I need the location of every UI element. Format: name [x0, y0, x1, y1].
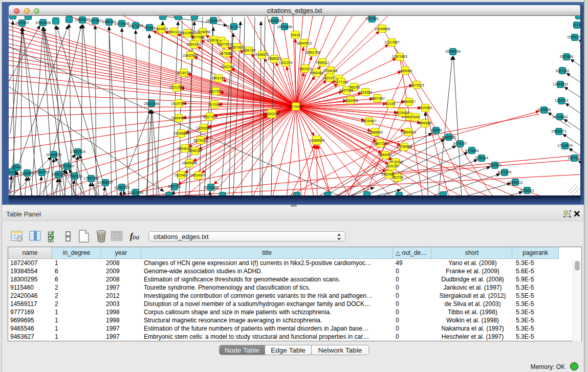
svg-text:25053346: 25053346	[144, 102, 159, 105]
svg-text:7955812: 7955812	[316, 61, 330, 64]
svg-text:10853287: 10853287	[75, 18, 90, 21]
svg-text:15720407: 15720407	[361, 119, 377, 123]
svg-text:317004: 317004	[209, 103, 221, 106]
svg-text:9777169: 9777169	[335, 80, 349, 84]
svg-text:9657791: 9657791	[168, 185, 182, 188]
svg-text:19218506: 19218506	[277, 25, 292, 29]
svg-text:9084067: 9084067	[379, 153, 393, 157]
svg-text:10807487: 10807487	[369, 97, 385, 100]
svg-text:10025433: 10025433	[394, 111, 409, 115]
svg-text:23975867: 23975867	[59, 164, 75, 168]
svg-text:16671355: 16671355	[128, 24, 143, 28]
svg-text:15751074: 15751074	[567, 35, 580, 39]
svg-text:16782759: 16782759	[114, 186, 129, 189]
svg-text:16961758: 16961758	[305, 51, 320, 54]
svg-text:3675685: 3675685	[220, 52, 233, 55]
svg-text:16107554: 16107554	[171, 102, 186, 105]
svg-text:23420046: 23420046	[183, 54, 198, 57]
svg-text:17957253: 17957253	[83, 177, 99, 180]
svg-text:1621072: 1621072	[323, 76, 337, 80]
svg-text:15419: 15419	[291, 33, 300, 37]
svg-text:8813054: 8813054	[268, 19, 282, 23]
svg-text:12213967: 12213967	[384, 40, 400, 44]
svg-text:8678312: 8678312	[194, 139, 208, 142]
svg-text:2087682: 2087682	[365, 17, 379, 20]
svg-text:39151: 39151	[9, 170, 17, 174]
svg-text:9146821: 9146821	[255, 53, 269, 56]
svg-text:8912954: 8912954	[181, 31, 194, 35]
svg-text:8454749: 8454749	[242, 49, 256, 52]
svg-text:6479197: 6479197	[453, 142, 467, 145]
svg-text:9327503: 9327503	[218, 42, 232, 46]
svg-text:2935114: 2935114	[475, 156, 488, 160]
svg-text:1244413: 1244413	[555, 99, 569, 102]
svg-text:1362615: 1362615	[298, 67, 312, 71]
svg-text:12942757: 12942757	[34, 170, 50, 174]
svg-text:2803144: 2803144	[212, 76, 226, 80]
svg-text:16154808: 16154808	[375, 27, 390, 31]
svg-text:3215955: 3215955	[537, 108, 551, 112]
svg-text:1145194: 1145194	[52, 172, 65, 176]
svg-text:1405572: 1405572	[15, 21, 29, 25]
svg-text:9245612: 9245612	[520, 189, 534, 192]
svg-text:9242343: 9242343	[221, 65, 235, 69]
svg-text:19654923: 19654923	[401, 130, 416, 134]
svg-text:19756928: 19756928	[397, 145, 412, 148]
svg-text:18724007: 18724007	[288, 105, 303, 108]
svg-text:8990448: 8990448	[310, 71, 324, 75]
svg-text:9463627: 9463627	[402, 100, 416, 103]
svg-text:3267110: 3267110	[203, 115, 216, 119]
svg-text:7663822: 7663822	[155, 27, 168, 31]
svg-text:9794028: 9794028	[324, 69, 338, 73]
svg-text:8938925: 8938925	[442, 136, 456, 139]
svg-text:10973493: 10973493	[392, 55, 407, 58]
svg-text:16033809: 16033809	[206, 19, 221, 23]
svg-text:1588520: 1588520	[268, 57, 281, 60]
svg-text:20691406: 20691406	[35, 21, 51, 25]
svg-text:1322203: 1322203	[279, 61, 293, 64]
svg-text:16548784: 16548784	[445, 50, 461, 53]
svg-text:12093832: 12093832	[553, 82, 568, 86]
svg-text:18640910: 18640910	[296, 41, 312, 45]
svg-text:18807249: 18807249	[373, 142, 388, 145]
svg-text:9699695: 9699695	[418, 121, 432, 125]
svg-text:7485003: 7485003	[399, 69, 412, 73]
svg-text:14353594: 14353594	[196, 126, 211, 130]
svg-text:16210643: 16210643	[552, 115, 568, 119]
svg-text:8427552: 8427552	[209, 90, 223, 93]
svg-text:1117: 1117	[573, 23, 580, 27]
svg-text:12975115: 12975115	[409, 83, 424, 87]
svg-text:2718176: 2718176	[177, 71, 191, 75]
svg-text:10958107: 10958107	[98, 181, 113, 184]
svg-text:9327508: 9327508	[191, 35, 205, 39]
svg-text:17016504: 17016504	[557, 144, 573, 147]
svg-text:7625402: 7625402	[175, 173, 188, 177]
svg-text:18300295: 18300295	[264, 112, 279, 116]
svg-text:19654982: 19654982	[171, 116, 186, 120]
svg-text:16543342: 16543342	[186, 42, 202, 46]
svg-text:62160: 62160	[386, 102, 396, 105]
svg-text:9329966: 9329966	[560, 55, 574, 58]
svg-text:9115460: 9115460	[419, 106, 432, 110]
svg-text:252234: 252234	[392, 176, 404, 179]
svg-text:9227342: 9227342	[556, 69, 570, 73]
svg-text:15409948: 15409948	[182, 161, 197, 165]
svg-text:9474444: 9474444	[465, 149, 479, 152]
svg-text:1167533: 1167533	[568, 156, 580, 160]
svg-text:7357224: 7357224	[227, 25, 241, 29]
svg-text:8471676: 8471676	[498, 170, 512, 174]
svg-text:7632621: 7632621	[488, 163, 502, 167]
svg-text:15716485: 15716485	[203, 186, 219, 189]
svg-text:2156829: 2156829	[20, 171, 34, 175]
svg-text:20206576: 20206576	[46, 153, 61, 157]
svg-text:1498222: 1498222	[188, 149, 202, 152]
svg-text:10719155: 10719155	[114, 22, 129, 26]
svg-text:10688609: 10688609	[367, 130, 383, 134]
svg-text:751552: 751552	[144, 26, 156, 30]
svg-text:8960124: 8960124	[167, 30, 181, 34]
svg-text:1527602: 1527602	[89, 19, 102, 23]
svg-text:12505115: 12505115	[67, 174, 82, 178]
svg-text:1624554: 1624554	[359, 91, 373, 94]
svg-text:6497568: 6497568	[340, 89, 354, 92]
svg-text:19384554: 19384554	[309, 139, 324, 142]
